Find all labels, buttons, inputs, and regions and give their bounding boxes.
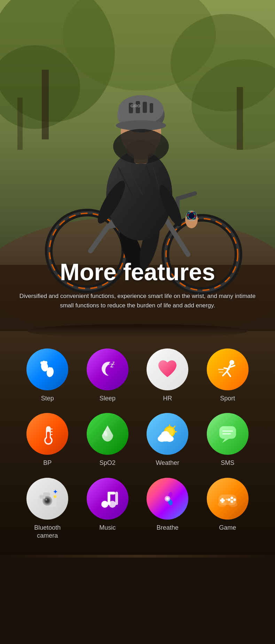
feature-item-hr: HR [141,348,194,402]
sms-icon-svg [215,421,240,446]
svg-point-61 [48,367,51,370]
svg-point-62 [50,368,53,370]
svg-line-69 [223,371,227,376]
svg-point-118 [229,501,237,507]
step-icon-svg [35,357,60,382]
svg-point-113 [230,497,233,499]
svg-point-103 [101,501,108,508]
svg-point-76 [46,438,51,443]
svg-line-70 [227,371,230,376]
weather-label: Weather [156,459,179,467]
feature-item-breathe: Breathe [141,478,194,540]
svg-rect-112 [220,499,225,501]
sms-label: SMS [221,459,234,467]
svg-rect-51 [150,103,153,113]
music-icon-svg [95,486,120,511]
bluetooth-camera-icon-svg: ✦ [35,486,60,511]
spo2-icon-svg [95,421,120,446]
hero-title: More features [14,259,261,285]
feature-item-weather: Weather [141,413,194,467]
hero-section: GIRO More features Diversified and conve… [0,0,275,331]
hr-icon [147,348,188,390]
spo2-icon [87,413,128,455]
svg-text:GIRO: GIRO [131,104,141,108]
feature-item-music: Music [81,478,134,540]
features-grid: Step Z Z Sleep [21,348,254,540]
svg-point-117 [218,501,226,507]
svg-line-84 [174,426,175,428]
feature-item-bluetooth-camera: ✦ Bluetooth camera [21,478,74,540]
svg-point-60 [46,368,49,370]
svg-point-59 [45,361,47,364]
svg-point-106 [109,501,116,508]
sleep-icon-svg: Z Z [95,357,120,382]
svg-rect-8 [17,98,23,150]
feature-item-spo2: SpO2 [81,413,134,467]
svg-point-109 [166,497,169,500]
svg-text:Z: Z [112,361,115,365]
svg-rect-50 [143,102,147,113]
svg-point-47 [118,95,164,124]
sport-icon [207,348,249,390]
sleep-label: Sleep [100,394,116,402]
step-icon [26,348,68,390]
svg-point-54 [113,129,169,164]
sleep-icon: Z Z [87,348,128,390]
music-label: Music [99,524,116,532]
breathe-label: Breathe [157,524,179,532]
weather-icon-svg [155,421,180,446]
weather-icon [147,413,188,455]
svg-point-89 [161,431,170,438]
sms-icon [207,413,249,455]
bp-label: BP [43,459,52,467]
music-icon [87,478,128,520]
feature-item-sleep: Z Z Sleep [81,348,134,402]
svg-rect-7 [237,87,243,150]
bp-icon-svg [35,421,60,446]
bluetooth-camera-icon: ✦ [26,478,68,520]
features-section: Step Z Z Sleep [0,331,275,558]
feature-item-bp: BP [21,413,74,467]
step-label: Step [41,394,54,402]
feature-item-sms: SMS [201,413,254,467]
game-icon [207,478,249,520]
breathe-icon-svg [155,486,180,511]
svg-rect-105 [108,492,115,495]
svg-rect-101 [43,492,50,496]
game-icon-svg [215,486,240,511]
svg-point-114 [233,498,236,501]
svg-rect-90 [219,426,236,439]
sport-label: Sport [220,394,235,402]
svg-rect-107 [115,492,118,505]
bp-icon [26,413,68,455]
game-label: Game [219,524,236,532]
spo2-label: SpO2 [100,459,116,467]
hr-icon-svg [155,357,180,382]
svg-rect-6 [42,70,49,139]
hero-text-container: More features Diversified and convenient… [0,259,275,310]
bluetooth-camera-label: Bluetooth camera [34,524,61,540]
svg-point-98 [46,499,47,500]
svg-point-102 [54,495,56,498]
feature-item-game: Game [201,478,254,540]
svg-text:✦: ✦ [53,489,58,495]
svg-rect-119 [226,499,228,500]
feature-item-sport: Sport [201,348,254,402]
svg-rect-120 [228,499,230,500]
sport-icon-svg [215,357,240,382]
feature-item-step: Step [21,348,74,402]
breathe-icon [147,478,188,520]
hr-label: HR [163,394,172,402]
hero-subtitle: Diversified and convenient functions, ex… [14,291,261,310]
